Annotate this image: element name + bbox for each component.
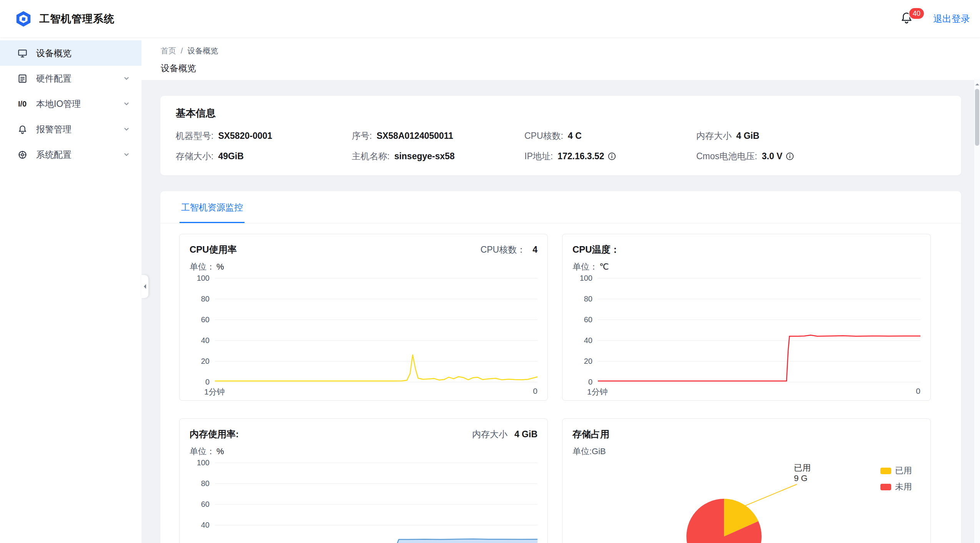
field-hostname: 主机名称:sinsegye-sx58 (352, 150, 524, 162)
y-tick-label: 60 (201, 500, 210, 509)
page-scrollbar[interactable] (974, 79, 980, 543)
tab-bar: 工智机资源监控 (160, 191, 961, 223)
chart-card-memory-usage: 内存使用率: 内存大小4 GiB 单位：% 100806040200 1分钟 0 (179, 418, 548, 543)
chevron-down-icon (123, 151, 130, 158)
notification-count-badge: 40 (908, 7, 925, 20)
monitor-icon (16, 47, 28, 59)
y-tick-label: 60 (201, 315, 210, 324)
sidebar: 设备概览 硬件配置 I/0 本地IO管理 报警管理 (0, 37, 141, 543)
y-tick-label: 40 (584, 336, 592, 345)
chart-unit-label: 单位：% (190, 261, 537, 273)
chart-card-storage-usage: 存储占用 单位:GiB 已用 未用 (562, 418, 931, 543)
gridline (215, 382, 537, 382)
line-series (598, 335, 920, 381)
chevron-down-icon (123, 75, 130, 82)
line-series (215, 355, 537, 381)
sidebar-item-label: 系统配置 (36, 149, 72, 161)
x-axis-right-label: 0 (533, 386, 537, 397)
sidebar-item-device-overview[interactable]: 设备概览 (0, 40, 141, 66)
storage-pie-plot: 已用 未用 已用 9 G (572, 460, 920, 543)
sidebar-item-label: 设备概览 (36, 47, 72, 59)
field-storage-size: 存储大小:49GiB (176, 150, 352, 162)
legend-swatch-used (880, 468, 891, 474)
y-tick-label: 20 (201, 357, 210, 366)
notification-bell-button[interactable]: 40 (900, 10, 916, 27)
chart-extra-memory-size: 内存大小4 GiB (472, 428, 537, 440)
y-tick-label: 80 (584, 295, 592, 303)
sidebar-item-label: 本地IO管理 (36, 98, 81, 110)
chevron-down-icon (123, 100, 130, 107)
y-tick-label: 80 (201, 295, 210, 303)
memory-usage-plot: 100806040200 (190, 463, 537, 543)
scrollbar-thumb[interactable] (975, 89, 979, 146)
collapse-left-icon (141, 284, 146, 289)
x-axis-left-label: 1分钟 (204, 386, 225, 397)
field-machine-model: 机器型号:SX5820-0001 (176, 130, 352, 142)
field-cpu-cores: CPU核数:4 C (524, 130, 696, 142)
alarm-icon (16, 123, 28, 135)
legend-item-free[interactable]: 未用 (880, 481, 912, 493)
pie-used-annotation: 已用 9 G (794, 463, 811, 483)
chart-title: 存储占用 (572, 428, 609, 440)
system-icon (16, 148, 28, 161)
resource-monitor-card: 工智机资源监控 CPU使用率 CPU核数：4 单位：% 100806040200… (160, 191, 961, 543)
sidebar-item-label: 报警管理 (36, 123, 72, 135)
y-tick-label: 100 (197, 458, 210, 467)
info-icon[interactable] (608, 152, 616, 160)
breadcrumb-separator: / (181, 47, 183, 55)
chart-title: CPU温度： (572, 243, 620, 256)
sidebar-item-system-config[interactable]: 系统配置 (0, 142, 141, 167)
logout-link[interactable]: 退出登录 (933, 13, 970, 25)
basic-info-card: 基本信息 机器型号:SX5820-0001 序号:SX58A0124050011… (160, 96, 961, 175)
sidebar-item-label: 硬件配置 (36, 73, 72, 85)
sidebar-item-local-io[interactable]: I/0 本地IO管理 (0, 91, 141, 117)
y-tick-label: 40 (201, 521, 210, 530)
hardware-icon (16, 72, 28, 85)
cpu-usage-plot: 100806040200 (190, 278, 537, 382)
io-icon: I/0 (16, 98, 28, 110)
gridline (598, 382, 920, 382)
main-content: 基本信息 机器型号:SX5820-0001 序号:SX58A0124050011… (141, 80, 980, 543)
sidebar-item-hardware-config[interactable]: 硬件配置 (0, 66, 141, 91)
legend-swatch-free (880, 484, 891, 490)
breadcrumb: 首页 / 设备概览 (161, 46, 980, 56)
field-serial-number: 序号:SX58A0124050011 (352, 130, 524, 142)
field-cmos-voltage: Cmos电池电压:3.0 V (696, 150, 946, 162)
app-header: 工智机管理系统 40 退出登录 (0, 0, 980, 37)
breadcrumb-current: 设备概览 (188, 46, 218, 56)
y-tick-label: 100 (197, 274, 210, 283)
breadcrumb-home[interactable]: 首页 (161, 46, 176, 56)
y-tick-label: 0 (205, 378, 210, 386)
chart-title: 内存使用率: (190, 428, 239, 440)
y-tick-label: 20 (584, 357, 592, 366)
y-tick-label: 60 (584, 315, 592, 324)
y-tick-label: 80 (201, 479, 210, 488)
legend-item-used[interactable]: 已用 (880, 465, 912, 476)
page-head: 首页 / 设备概览 设备概览 (141, 37, 980, 80)
sidebar-collapse-handle[interactable] (141, 275, 148, 298)
scrollbar-up-icon (975, 82, 979, 85)
chart-extra-cpu-cores: CPU核数：4 (481, 244, 537, 256)
chart-card-cpu-usage: CPU使用率 CPU核数：4 单位：% 100806040200 1分钟 0 (179, 234, 548, 401)
y-tick-label: 0 (588, 378, 592, 386)
y-tick-label: 20 (201, 541, 210, 543)
app-title: 工智机管理系统 (39, 12, 115, 26)
page-title: 设备概览 (161, 62, 980, 74)
header-brand: 工智机管理系统 (15, 10, 115, 28)
chevron-down-icon (123, 126, 130, 133)
y-tick-label: 100 (580, 274, 592, 283)
info-icon[interactable] (786, 152, 794, 160)
chart-unit-label: 单位:GiB (572, 446, 920, 457)
sidebar-item-alarm-management[interactable]: 报警管理 (0, 117, 141, 142)
app-logo-icon (15, 10, 32, 28)
chart-legend: 已用 未用 (880, 465, 912, 493)
tab-resource-monitor[interactable]: 工智机资源监控 (180, 191, 245, 223)
basic-info-title: 基本信息 (176, 107, 946, 120)
field-ip-address: IP地址:172.16.3.52 (524, 150, 696, 162)
cpu-temperature-plot: 100806040200 (572, 278, 920, 382)
chart-unit-label: 单位：% (190, 446, 537, 457)
x-axis-left-label: 1分钟 (587, 386, 608, 397)
y-tick-label: 40 (201, 336, 210, 345)
chart-title: CPU使用率 (190, 243, 237, 256)
chart-unit-label: 单位：℃ (572, 261, 920, 273)
